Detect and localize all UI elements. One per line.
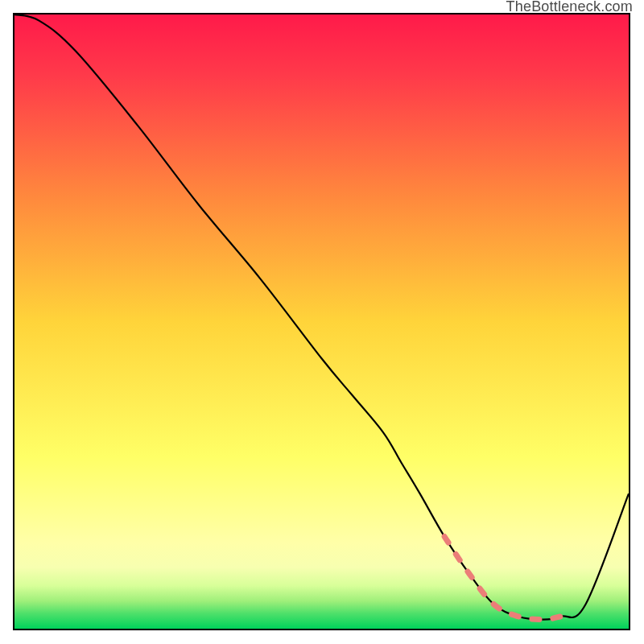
plot-frame [13, 13, 630, 630]
watermark-text: TheBottleneck.com [506, 0, 633, 15]
chart-container: TheBottleneck.com [0, 0, 644, 644]
optimal-region-highlight [444, 537, 561, 620]
plot-svg [14, 14, 629, 629]
bottleneck-curve [14, 14, 629, 620]
